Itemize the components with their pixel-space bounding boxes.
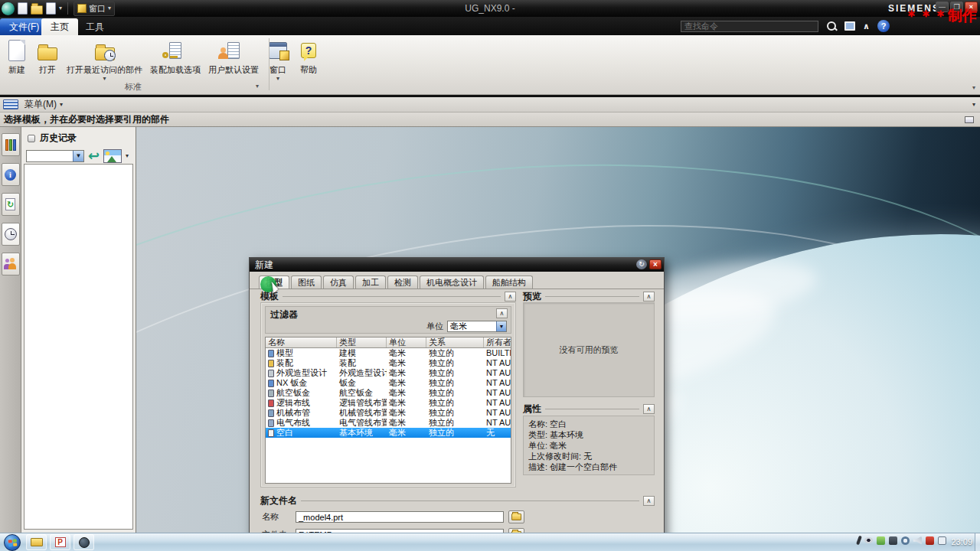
template-row[interactable]: 外观造型设计外观造型设计毫米独立的NT AUTH...	[266, 368, 511, 378]
template-row[interactable]: 逻辑布线逻辑管线布置毫米独立的NT AUTH...	[266, 398, 511, 408]
template-row[interactable]: 装配装配毫米独立的NT AUTH...	[266, 358, 511, 368]
col-owner[interactable]: 所有者	[484, 337, 511, 347]
help-button[interactable]: ? 帮助	[293, 37, 324, 77]
pin-icon[interactable]	[28, 135, 35, 142]
preview-section-header: 预览 ∧	[523, 291, 655, 302]
dialog-rollup-icon[interactable]: ↻	[636, 259, 647, 269]
new-button[interactable]: 新建	[2, 37, 32, 77]
template-cell: NX 钣金	[266, 378, 337, 388]
template-collapse-icon[interactable]: ∧	[505, 292, 516, 302]
preview-collapse-icon[interactable]: ∧	[643, 292, 655, 302]
window-button[interactable]: 窗口 ▾	[263, 37, 293, 82]
open-file-icon[interactable]	[31, 5, 43, 15]
browse-name-button[interactable]	[508, 510, 524, 523]
close-button[interactable]: ×	[965, 2, 978, 12]
preview-image-button[interactable]	[103, 149, 122, 163]
help-icon[interactable]: ?	[877, 20, 890, 32]
ribbon-options-caret-icon[interactable]: ▾	[972, 84, 975, 91]
ribbon-tab-row: 文件(F) 主页 工具 ∧ ?	[0, 17, 980, 35]
audio-red-tray-icon[interactable]	[926, 536, 934, 545]
user-defaults-button[interactable]: 用户默认设置	[204, 37, 263, 77]
history-filter-dropdown[interactable]: ▼	[26, 150, 84, 162]
resource-tab-part-reuse[interactable]	[2, 193, 20, 216]
camera-tray-icon[interactable]	[889, 536, 897, 545]
search-input[interactable]	[681, 21, 818, 32]
unit-caret-icon[interactable]: ▼	[496, 321, 506, 331]
qat-separator	[67, 2, 68, 15]
dialog-titlebar[interactable]: 新建 ↻ ×	[250, 258, 664, 272]
qat-customize-caret-icon[interactable]: ▾	[59, 5, 62, 11]
history-list[interactable]	[24, 164, 133, 530]
col-unit[interactable]: 单位	[387, 337, 426, 347]
window-menu-button[interactable]: 窗口 ▾	[74, 2, 115, 16]
open-recent-button[interactable]: 打开最近访问的部件 ▾	[63, 37, 146, 82]
template-cell: 航空钣金	[337, 388, 387, 398]
save-file-icon[interactable]	[46, 2, 56, 15]
minimize-ribbon-icon[interactable]: ∧	[863, 21, 870, 31]
network-tray-icon[interactable]	[938, 536, 946, 545]
restore-button[interactable]: ❒	[950, 2, 963, 12]
recent-folder-icon	[95, 47, 115, 60]
dialog-tab-ship-structure[interactable]: 船舶结构	[485, 276, 533, 289]
taskbar-powerpoint-button[interactable]: P	[50, 534, 70, 550]
col-name[interactable]: 名称	[266, 337, 337, 347]
dialog-title: 新建	[255, 259, 273, 272]
resource-tab-roles[interactable]	[2, 253, 20, 276]
sync-tray-icon[interactable]	[901, 536, 910, 545]
clock-time[interactable]: 23:09	[951, 537, 972, 546]
resource-tab-touch[interactable]: i	[2, 163, 20, 186]
properties-collapse-icon[interactable]: ∧	[643, 404, 655, 414]
template-cell: 毫米	[387, 388, 426, 398]
template-row[interactable]: 航空钣金航空钣金毫米独立的NT AUTH...	[266, 388, 511, 398]
explorer-folder-icon	[31, 538, 43, 546]
template-box: 过滤器 ∧ 单位 毫米 ▼ 名称 类型 单位 关	[260, 302, 516, 487]
dialog-tab-drawing[interactable]: 图纸	[291, 276, 322, 289]
open-button[interactable]: 打开	[32, 37, 63, 77]
fullscreen-icon[interactable]	[844, 21, 855, 31]
new-file-collapse-icon[interactable]: ∧	[643, 496, 655, 506]
menu-button[interactable]: 菜单(M)	[24, 98, 57, 111]
pen-tray-icon[interactable]	[856, 536, 862, 546]
file-name-input[interactable]	[296, 511, 504, 523]
taskbar-recorder-button[interactable]	[74, 534, 94, 550]
template-row[interactable]: 机械布管机械管线布置毫米独立的NT AUTH...	[266, 408, 511, 418]
menubar-options-caret-icon[interactable]: ▾	[972, 101, 975, 108]
eye-tray-icon[interactable]	[864, 537, 873, 543]
col-type[interactable]: 类型	[337, 337, 387, 347]
taskbar-explorer-button[interactable]	[26, 534, 47, 550]
dialog-tab-mechatronics[interactable]: 机电概念设计	[420, 276, 484, 289]
show-desktop-button[interactable]	[975, 533, 980, 551]
template-row[interactable]: 模型建模毫米独立的BUILTIN\A...	[266, 348, 511, 358]
template-row[interactable]: 电气布线电气管线布置毫米独立的NT AUTH...	[266, 418, 511, 428]
group-options-caret-icon[interactable]: ▾	[256, 83, 259, 90]
green-app-tray-icon[interactable]	[877, 536, 885, 545]
dialog-close-button[interactable]: ×	[649, 259, 662, 269]
tab-home[interactable]: 主页	[41, 18, 78, 35]
preview-caret-icon[interactable]: ▾	[126, 153, 129, 159]
window-frame-icon	[269, 42, 287, 59]
volume-tray-icon[interactable]	[913, 536, 922, 545]
template-row[interactable]: NX 钣金钣金毫米独立的NT AUTH...	[266, 378, 511, 388]
dialog-tab-inspection[interactable]: 检测	[387, 276, 418, 289]
template-row[interactable]: 空白基本环境毫米独立的无	[266, 428, 511, 438]
minimize-button[interactable]: —	[936, 2, 949, 12]
resource-tab-assembly-navigator[interactable]	[2, 133, 20, 156]
start-button[interactable]	[4, 534, 21, 551]
undo-arrow-icon[interactable]: ↩	[88, 150, 100, 162]
dropdown-caret-icon[interactable]: ▼	[73, 151, 83, 161]
taskbar: P 23:09	[0, 533, 980, 551]
new-file-icon[interactable]	[18, 2, 28, 15]
menu-caret-icon: ▾	[60, 101, 63, 108]
assembly-load-options-button[interactable]: 装配加载选项	[146, 37, 204, 77]
unit-dropdown[interactable]: 毫米 ▼	[447, 321, 507, 332]
col-relation[interactable]: 关系	[426, 337, 484, 347]
filter-collapse-icon[interactable]: ∧	[496, 308, 508, 318]
resource-tab-history[interactable]	[2, 223, 20, 246]
search-icon[interactable]	[826, 21, 837, 31]
dialog-tab-manufacturing[interactable]: 加工	[355, 276, 386, 289]
nx-logo-icon[interactable]	[2, 2, 15, 15]
tab-tools[interactable]: 工具	[77, 18, 113, 35]
template-cell: 毫米	[387, 408, 426, 418]
dialog-tab-simulation[interactable]: 仿真	[323, 276, 354, 289]
powerpoint-icon: P	[55, 537, 66, 547]
